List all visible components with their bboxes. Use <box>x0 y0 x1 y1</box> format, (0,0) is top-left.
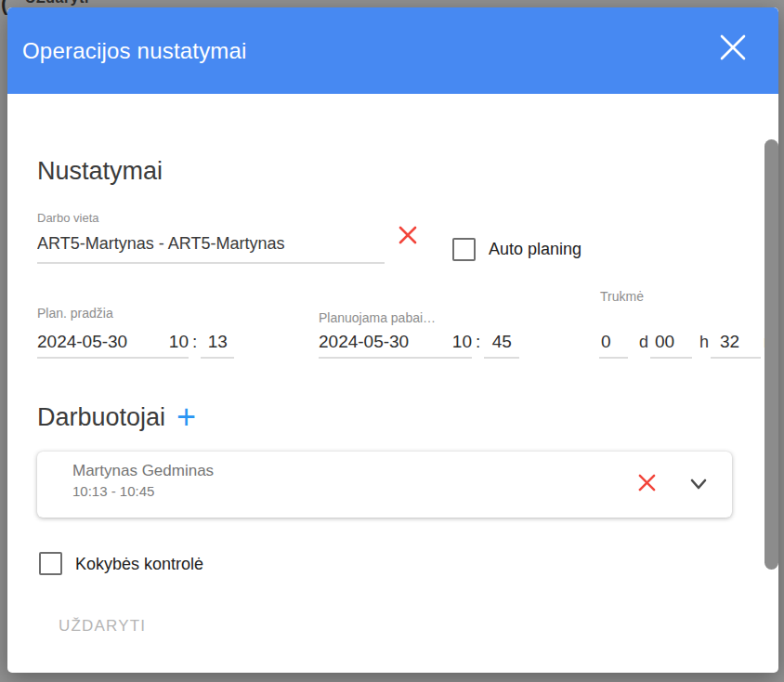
plan-end-label: Planuojama pabai… <box>319 310 436 325</box>
plan-end-minute: 45 <box>492 331 512 353</box>
worker-time-range: 10:13 - 10:45 <box>72 483 154 499</box>
duration-label: Trukmė <box>600 289 644 304</box>
quality-control-checkbox[interactable] <box>39 552 62 575</box>
close-dialog-icon-button[interactable] <box>712 28 753 69</box>
settings-heading: Nustatymai <box>37 156 163 186</box>
worker-card[interactable]: Martynas Gedminas 10:13 - 10:45 <box>37 452 732 518</box>
dialog-title: Operacijos nustatymai <box>22 38 247 64</box>
background-clipped-text: UŽdaryti <box>25 0 89 7</box>
duration-minutes-input[interactable]: 32 <box>711 331 761 359</box>
add-worker-icon[interactable]: + <box>176 403 196 431</box>
duration-fields: 0 d 00 h 32 m <box>599 331 777 359</box>
plan-end-date: 2024-05-30 <box>319 331 409 353</box>
workers-heading: Darbuotojai <box>37 402 165 432</box>
operation-settings-dialog: Operacijos nustatymai Nustatymai Darbo v… <box>7 7 778 673</box>
close-dialog-button[interactable]: UŽDARYTI <box>51 610 153 643</box>
plan-end-datetime: 2024-05-30 10 : 45 <box>319 331 519 359</box>
workplace-input[interactable]: ART5-Martynas - ART5-Martynas <box>37 233 385 264</box>
plan-start-date: 2024-05-30 <box>37 331 127 353</box>
plan-end-date-hour-input[interactable]: 2024-05-30 10 <box>319 331 472 359</box>
plan-start-hour: 10 <box>169 331 189 353</box>
duration-days-unit: d <box>639 331 648 353</box>
plan-start-minute-input[interactable]: 13 <box>201 331 234 359</box>
close-x-icon <box>717 32 749 66</box>
red-x-icon <box>637 473 657 495</box>
chevron-down-icon <box>689 478 708 493</box>
clear-workplace-button[interactable] <box>397 225 419 247</box>
time-colon: : <box>192 331 197 353</box>
remove-worker-button[interactable] <box>635 473 658 495</box>
plan-start-date-hour-input[interactable]: 2024-05-30 10 <box>37 331 189 359</box>
workers-heading-row: Darbuotojai + <box>37 402 196 432</box>
time-colon: : <box>476 331 480 353</box>
plan-start-label: Plan. pradžia <box>37 306 113 321</box>
duration-hours-input[interactable]: 00 <box>650 331 692 359</box>
red-x-icon <box>398 225 418 248</box>
plan-end-minute-input[interactable]: 45 <box>484 331 519 359</box>
dialog-scrollbar-thumb[interactable] <box>764 139 778 570</box>
quality-control-label: Kokybės kontrolė <box>75 555 203 574</box>
auto-planing-label: Auto planing <box>489 240 581 259</box>
dialog-header: Operacijos nustatymai <box>7 7 778 94</box>
duration-hours-unit: h <box>699 331 709 353</box>
expand-worker-button[interactable] <box>687 475 710 495</box>
worker-name: Martynas Gedminas <box>72 462 214 480</box>
plan-end-hour: 10 <box>452 331 472 353</box>
auto-planing-checkbox[interactable] <box>452 238 476 261</box>
duration-days-input[interactable]: 0 <box>599 331 628 359</box>
screen: ( UŽdaryti Operacijos nustatymai Nustaty… <box>0 0 784 682</box>
plan-start-minute: 13 <box>208 331 228 353</box>
workplace-label: Darbo vieta <box>37 211 98 225</box>
plan-start-datetime: 2024-05-30 10 : 13 <box>37 331 234 359</box>
